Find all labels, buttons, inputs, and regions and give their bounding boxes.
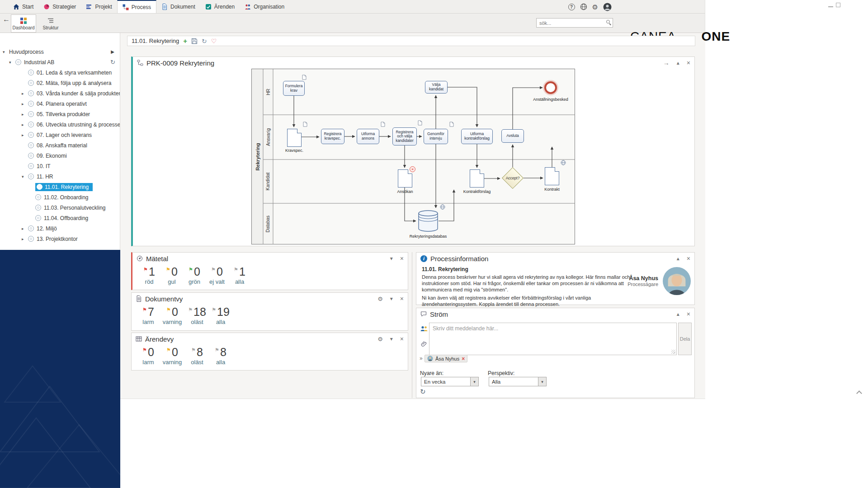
stat-varning[interactable]: ⚑0varning	[160, 306, 185, 325]
collapse-panel-icon[interactable]: ▾	[390, 296, 393, 301]
close-panel-icon[interactable]: ×	[687, 311, 690, 317]
structure-icon	[47, 17, 54, 24]
expander-icon[interactable]: ▾	[3, 50, 9, 54]
perspective-select[interactable]: Alla ▾	[489, 377, 547, 386]
newer-than-select[interactable]: En vecka ▾	[421, 377, 479, 386]
stat-alla[interactable]: ⚑19alla	[209, 306, 232, 325]
end-event[interactable]	[544, 81, 557, 94]
close-panel-icon[interactable]: ×	[400, 255, 404, 262]
tree-item-08[interactable]: 08. Anskaffa material	[0, 140, 120, 150]
doc-kontrakt[interactable]	[545, 167, 559, 185]
tree-item-13[interactable]: ▸13. Projektkontor	[0, 234, 120, 244]
window-minimize-icon[interactable]	[828, 6, 833, 7]
nav-arenden[interactable]: Ärenden	[200, 0, 240, 13]
settings-gear-icon[interactable]: ⚙	[592, 4, 598, 10]
audience-people-icon[interactable]	[420, 325, 428, 332]
task-utforma-kontraktforslag[interactable]: Utforma kontraktförslag	[461, 129, 493, 144]
task-formulera-krav[interactable]: Formulera krav	[283, 81, 305, 96]
refresh-icon[interactable]: ↻	[202, 38, 207, 45]
tree-item-10[interactable]: 10. IT	[0, 161, 120, 171]
search-icon[interactable]	[606, 20, 610, 23]
collapse-panel-icon[interactable]: ▴	[677, 256, 679, 261]
tree-item-1103[interactable]: 11.03. Personalutveckling	[0, 202, 120, 213]
tree-item-06[interactable]: ▸06. Utveckla utrustning & processer	[0, 119, 120, 130]
nav-strategier[interactable]: Strategier	[38, 0, 81, 13]
task-utforma-annons[interactable]: Utforma annons	[357, 129, 379, 144]
tree-item-industrial-ab[interactable]: ▾ Industrial AB ↻	[0, 57, 120, 67]
stat-olast[interactable]: ⚑8oläst	[185, 346, 209, 366]
add-icon[interactable]: +	[183, 37, 187, 45]
doc-kravspec[interactable]	[287, 129, 302, 147]
task-registrera-valja-kandidater[interactable]: Registrera och välja kandidater	[392, 127, 417, 145]
task-genomfor-intervju[interactable]: Genomför intervju	[424, 129, 448, 144]
tree-item-1102[interactable]: 11.02. Onboarding	[0, 192, 120, 202]
settings-gear-icon[interactable]: ⚙	[377, 296, 383, 302]
user-avatar-icon[interactable]	[603, 3, 612, 11]
close-panel-icon[interactable]: ×	[687, 60, 690, 66]
panel-expand-icon[interactable]: ▶	[111, 49, 114, 54]
stat-ej-valt[interactable]: ⚑0ej valt	[206, 266, 228, 285]
collapse-panel-icon[interactable]: ▴	[677, 311, 679, 317]
open-diagram-icon[interactable]: →	[663, 60, 670, 66]
doc-kontraktforslag[interactable]	[470, 169, 484, 188]
tree-item-12[interactable]: ▸12. Miljö	[0, 223, 120, 234]
stat-larm[interactable]: ⚑0larm	[137, 346, 160, 366]
favorite-heart-icon[interactable]: ♡	[211, 38, 217, 45]
tree-item-07[interactable]: ▸07. Lager och leverans	[0, 130, 120, 140]
task-avsluta[interactable]: Avsluta	[501, 129, 524, 143]
tree-item-huvudprocess[interactable]: ▾ Huvudprocess ▶	[0, 47, 120, 57]
remove-tag-icon[interactable]: ×	[462, 356, 465, 362]
stat-larm[interactable]: ⚑7larm	[137, 306, 160, 325]
stat-gul[interactable]: ⚑0gul	[160, 266, 183, 285]
stat-rod[interactable]: ⚑1röd	[138, 266, 160, 285]
window-maximize-icon[interactable]	[836, 3, 840, 7]
save-icon[interactable]	[191, 38, 198, 44]
nav-organisation[interactable]: Organisation	[240, 0, 289, 13]
collapse-panel-icon[interactable]: ▾	[390, 336, 393, 342]
tree-item-02[interactable]: 02. Mäta, följa upp & analysera	[0, 78, 120, 88]
nav-start[interactable]: Start	[8, 0, 38, 13]
globe-icon[interactable]	[580, 3, 587, 10]
task-registrera-kravspec[interactable]: Registrera kravspec.	[321, 129, 344, 144]
refresh-stream-icon[interactable]: ↻	[420, 388, 426, 396]
stat-alla[interactable]: ⚑1alla	[228, 266, 251, 285]
stat-olast[interactable]: ⚑18oläst	[185, 306, 209, 325]
nav-dokument[interactable]: Dokument	[156, 0, 200, 13]
close-panel-icon[interactable]: ×	[400, 336, 404, 342]
datastore-rekryteringsdatabas[interactable]	[418, 210, 439, 232]
close-panel-icon[interactable]: ×	[400, 296, 404, 302]
doc-ansokan[interactable]	[398, 169, 412, 188]
stat-gron[interactable]: ⚑0grön	[183, 266, 206, 285]
expander-icon[interactable]: ▾	[9, 60, 15, 65]
tree-item-09[interactable]: 09. Ekonomi	[0, 150, 120, 161]
message-input[interactable]	[429, 323, 677, 355]
back-arrow-icon[interactable]: ←	[3, 15, 10, 23]
settings-gear-icon[interactable]: ⚙	[377, 336, 383, 342]
collapse-panel-icon[interactable]: ▴	[677, 60, 679, 66]
task-valja-kandidat[interactable]: Välja kandidat	[425, 81, 448, 94]
tree-item-04[interactable]: ▸04. Planera operativt	[0, 99, 120, 109]
resize-grip[interactable]	[671, 350, 675, 354]
tab-struktur[interactable]: Struktur	[38, 14, 63, 33]
stat-varning[interactable]: ⚑0varning	[160, 346, 185, 366]
tree-item-03[interactable]: ▸03. Vårda kunder & sälja produkter	[0, 88, 120, 99]
globe-link-icon	[561, 160, 566, 165]
tree-item-1104[interactable]: 11.04. Offboarding	[0, 213, 120, 223]
tree-item-01[interactable]: 01. Leda & styra verksamheten	[0, 67, 120, 78]
tab-dashboard[interactable]: Dashboard	[11, 14, 36, 33]
refresh-tree-icon[interactable]: ↻	[110, 59, 115, 66]
nav-process[interactable]: Process	[117, 0, 156, 13]
tree-item-11-hr[interactable]: ▾11. HR	[0, 171, 120, 182]
search-input[interactable]	[536, 18, 613, 28]
collapse-panel-icon[interactable]: ▾	[390, 256, 393, 261]
share-button[interactable]: Dela	[678, 323, 692, 355]
close-panel-icon[interactable]: ×	[687, 255, 690, 262]
recipient-tag[interactable]: Åsa Nyhus ×	[425, 355, 467, 362]
tree-item-1101-rekrytering-selected[interactable]: 11.01. Rekrytering	[0, 182, 120, 192]
help-icon[interactable]: ?	[568, 4, 575, 10]
paperclip-icon[interactable]	[421, 341, 427, 347]
tree-item-05[interactable]: ▸05. Tillverka produkter	[0, 109, 120, 119]
scroll-top-icon[interactable]	[856, 390, 862, 396]
nav-projekt[interactable]: Projekt	[81, 0, 117, 13]
stat-alla[interactable]: ⚑8alla	[209, 346, 232, 366]
